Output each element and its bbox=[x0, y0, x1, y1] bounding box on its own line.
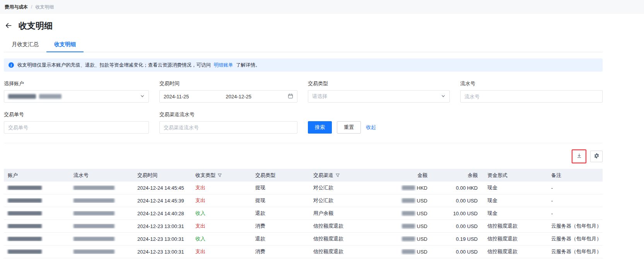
redacted-serial bbox=[73, 224, 114, 228]
account-select-label: 选择账户 bbox=[4, 80, 149, 87]
cell-serial bbox=[70, 237, 133, 241]
cell-transaction-type: 提现 bbox=[251, 197, 309, 204]
breadcrumb-item-costs[interactable]: 费用与成本 bbox=[5, 4, 28, 10]
redacted-account bbox=[8, 198, 42, 203]
filter-panel: 选择账户 交易时间 2024-11-25 2024-12-25 交易类型 请选择 bbox=[4, 80, 603, 134]
order-no-input[interactable] bbox=[4, 121, 149, 134]
column-header-amount: 金额 bbox=[383, 172, 427, 179]
table-row: 2024-12-24 14:45:45 支出 提现 对公汇款 HKD 0.00 … bbox=[4, 182, 603, 194]
banner-text: 收支明细仅显示本账户的充值、退款、扣款等资金增减变化；查看云资源消费情况，可访问… bbox=[17, 62, 260, 69]
redacted-account-id bbox=[39, 94, 61, 99]
redacted-amount bbox=[402, 237, 415, 241]
cell-remark: 云服务器（包年包月） bbox=[551, 223, 603, 230]
amount-currency: USD bbox=[417, 223, 427, 229]
redacted-account bbox=[8, 224, 42, 228]
cell-amount: HKD bbox=[383, 185, 427, 191]
cell-transaction-time: 2024-12-24 14:45:45 bbox=[133, 185, 191, 191]
column-header-channel: 交易渠道 bbox=[309, 172, 383, 179]
cell-transaction-channel: 信控额度退款 bbox=[309, 235, 383, 242]
column-header-remark: 备注 bbox=[551, 172, 603, 179]
tabs-bar: 月收支汇总 收支明细 bbox=[4, 37, 603, 52]
channel-serial-input[interactable] bbox=[159, 121, 297, 134]
page-title: 收支明细 bbox=[19, 20, 53, 32]
column-header-fund-form: 资金形式 bbox=[478, 172, 551, 179]
gear-icon bbox=[594, 153, 600, 160]
filter-funnel-icon[interactable] bbox=[335, 173, 340, 178]
cell-account bbox=[4, 237, 70, 241]
detailed-bill-link[interactable]: 明细账单 bbox=[214, 62, 233, 68]
back-button[interactable] bbox=[4, 21, 13, 31]
cell-transaction-time: 2024-12-23 13:00:31 bbox=[133, 249, 191, 255]
tab-monthly-summary[interactable]: 月收支汇总 bbox=[4, 37, 46, 52]
end-date-value[interactable]: 2024-12-25 bbox=[226, 94, 288, 99]
cell-fund-form: 现金 bbox=[478, 210, 551, 217]
export-download-button[interactable] bbox=[573, 151, 585, 162]
column-header-time: 交易时间 bbox=[133, 172, 191, 179]
filter-funnel-icon[interactable] bbox=[217, 173, 222, 178]
cell-balance: 0.19 USD bbox=[427, 236, 478, 242]
cell-transaction-time: 2024-12-23 13:00:31 bbox=[133, 223, 191, 229]
cell-fund-form: 现金 bbox=[478, 197, 551, 204]
cell-io-type: 收入 bbox=[191, 210, 251, 217]
redacted-serial bbox=[73, 249, 114, 254]
cell-remark: - bbox=[551, 211, 603, 216]
cell-amount: USD bbox=[383, 223, 427, 229]
download-icon bbox=[576, 153, 582, 160]
column-header-channel-label: 交易渠道 bbox=[313, 172, 333, 179]
chevron-down-icon bbox=[441, 94, 446, 99]
tab-income-expense-details[interactable]: 收支明细 bbox=[46, 37, 84, 52]
account-select[interactable] bbox=[4, 90, 149, 103]
table-row: 2024-12-23 13:00:31 支出 消费 信控额度退款 USD 0.0… bbox=[4, 220, 603, 233]
cell-balance: 0.00 USD bbox=[427, 223, 478, 229]
serial-no-input[interactable] bbox=[460, 90, 603, 103]
cell-amount: USD bbox=[383, 198, 427, 204]
cell-account bbox=[4, 224, 70, 228]
settings-button[interactable] bbox=[590, 151, 603, 162]
cell-transaction-channel: 对公汇款 bbox=[309, 184, 383, 191]
calendar-icon bbox=[288, 93, 293, 100]
amount-currency: USD bbox=[417, 211, 427, 216]
cell-io-type: 支出 bbox=[191, 248, 251, 255]
cell-serial bbox=[70, 249, 133, 254]
banner-text-before: 收支明细仅显示本账户的充值、退款、扣款等资金增减变化；查看云资源消费情况，可访问 bbox=[17, 62, 211, 68]
cell-serial bbox=[70, 211, 133, 216]
date-range-field[interactable]: 2024-11-25 2024-12-25 bbox=[159, 90, 297, 103]
transaction-type-select[interactable]: 请选择 bbox=[308, 90, 450, 103]
cell-transaction-type: 消费 bbox=[251, 223, 309, 230]
cell-io-type: 支出 bbox=[191, 197, 251, 204]
cell-amount: USD bbox=[383, 211, 427, 216]
table-toolbar bbox=[4, 149, 603, 163]
cell-remark: 云服务器（包年包月） bbox=[551, 235, 603, 242]
cell-transaction-type: 消费 bbox=[251, 248, 309, 255]
cell-transaction-channel: 用户余额 bbox=[309, 210, 383, 217]
reset-button[interactable]: 重置 bbox=[337, 121, 361, 134]
start-date-value[interactable]: 2024-11-25 bbox=[164, 94, 226, 99]
column-header-io-type: 收支类型 bbox=[191, 172, 251, 179]
breadcrumb-item-details: 收支明细 bbox=[35, 4, 54, 10]
cell-remark: 云服务器（包年包月） bbox=[551, 248, 603, 255]
cell-fund-form: 现金 bbox=[478, 184, 551, 191]
cell-balance: 0.00 USD bbox=[427, 198, 478, 204]
redacted-account bbox=[8, 211, 42, 216]
redacted-account-name bbox=[8, 94, 36, 99]
table-row: 2024-12-23 13:00:31 收入 退款 信控额度退款 USD 0.1… bbox=[4, 233, 603, 245]
cell-transaction-channel: 对公汇款 bbox=[309, 197, 383, 204]
date-range-label: 交易时间 bbox=[159, 80, 297, 87]
cell-transaction-time: 2024-12-24 14:40:28 bbox=[133, 211, 191, 216]
redacted-amount bbox=[402, 224, 415, 228]
table-body: 2024-12-24 14:45:45 支出 提现 对公汇款 HKD 0.00 … bbox=[4, 182, 603, 258]
redacted-account bbox=[8, 185, 42, 190]
redacted-serial bbox=[73, 211, 114, 216]
breadcrumb-separator: / bbox=[31, 4, 32, 10]
cell-balance: 0.00 HKD bbox=[427, 185, 478, 191]
cell-transaction-channel: 信控额度退款 bbox=[309, 248, 383, 255]
search-button[interactable]: 搜索 bbox=[308, 121, 332, 134]
collapse-link[interactable]: 收起 bbox=[366, 124, 376, 131]
table-header-row: 账户 流水号 交易时间 收支类型 交易类型 交易渠道 金额 余额 资金形式 备注 bbox=[4, 169, 603, 182]
redacted-serial bbox=[73, 185, 114, 190]
cell-serial bbox=[70, 185, 133, 190]
info-icon: i bbox=[9, 62, 14, 68]
transaction-type-label: 交易类型 bbox=[308, 80, 450, 87]
cell-serial bbox=[70, 224, 133, 228]
cell-serial bbox=[70, 198, 133, 203]
